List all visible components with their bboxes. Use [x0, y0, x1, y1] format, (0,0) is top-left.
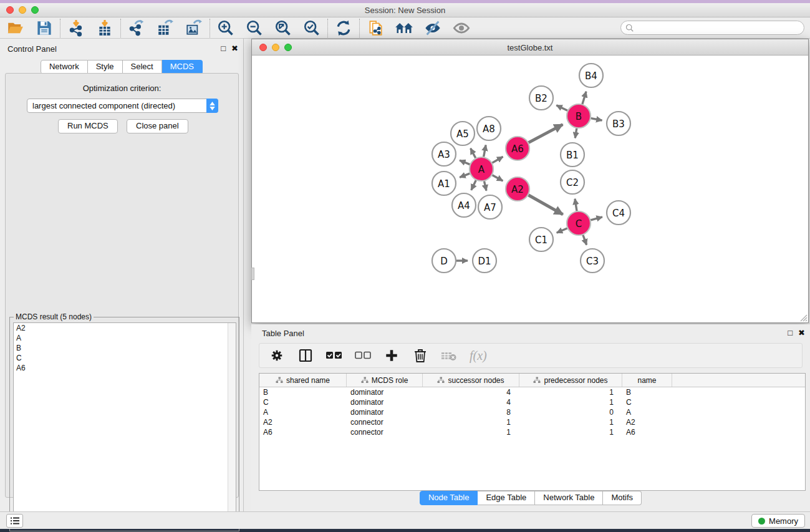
tab-network-table[interactable]: Network Table [535, 491, 603, 505]
tab-network[interactable]: Network [41, 60, 88, 74]
close-panel-button[interactable]: Close panel [127, 119, 188, 133]
column-header-predecessor-nodes[interactable]: predecessor nodes [519, 374, 622, 387]
resize-grip-icon[interactable] [799, 313, 808, 322]
tab-select[interactable]: Select [123, 60, 162, 74]
network-graph: AA1A2A3A4A5A6A7A8BB1B2B3B4CC1C2C3C4DD1 [252, 56, 808, 322]
hide-selected-button[interactable] [422, 19, 443, 37]
mcds-result-list[interactable]: A2ABCA6 [13, 322, 236, 528]
export-network-button[interactable] [126, 19, 147, 37]
graph-node-label: B1 [566, 150, 579, 161]
network-view-window: testGlobe.txt AA1A2A3A4A5A6A7A8BB1B2B3B4… [251, 39, 809, 323]
splitter-handle[interactable] [251, 268, 254, 280]
graph-edge-C-C4[interactable] [591, 217, 602, 220]
cell-predecessor-nodes: 0 [519, 407, 622, 417]
main-toolbar [0, 17, 810, 39]
task-history-button[interactable] [6, 514, 23, 528]
close-panel-icon[interactable]: ✖ [798, 328, 805, 338]
delete-table-button[interactable] [441, 347, 457, 364]
table-settings-button[interactable] [269, 347, 285, 364]
graph-node-label: C [576, 218, 582, 230]
graph-edge-A-A5[interactable] [471, 148, 476, 158]
tab-mcds[interactable]: MCDS [162, 60, 203, 74]
zoom-in-button[interactable] [215, 19, 236, 37]
tab-node-table[interactable]: Node Table [420, 491, 478, 505]
deselect-all-button[interactable] [355, 347, 371, 364]
select-all-button[interactable] [326, 347, 342, 364]
mcds-result-item[interactable]: A [14, 333, 236, 343]
table-row[interactable]: Cdominator41C [259, 397, 805, 407]
cell-successor-nodes: 1 [423, 417, 519, 427]
table-row[interactable]: A6connector11A6 [259, 427, 805, 437]
tab-style[interactable]: Style [88, 60, 123, 74]
close-panel-icon[interactable]: ✖ [231, 44, 238, 54]
mcds-result-group: MCDS result (5 nodes) A2ABCA6 [9, 317, 239, 531]
tab-edge-table[interactable]: Edge Table [478, 491, 535, 505]
optimization-criterion-label: Optimization criterion: [6, 84, 238, 93]
import-network-button[interactable] [65, 19, 87, 37]
graph-edge-B-B4[interactable] [582, 92, 586, 104]
memory-button[interactable]: Memory [751, 514, 805, 528]
graph-edge-A-A2[interactable] [493, 175, 503, 181]
graph-edge-B-B2[interactable] [556, 105, 567, 111]
import-table-button[interactable] [94, 19, 115, 37]
cell-successor-nodes: 4 [423, 397, 519, 407]
graph-edge-A-A8[interactable] [484, 145, 486, 157]
function-builder-button[interactable]: f(x) [470, 349, 487, 363]
zoom-out-button[interactable] [244, 19, 265, 37]
mcds-result-item[interactable]: A2 [14, 323, 236, 333]
delete-column-button[interactable] [412, 347, 428, 364]
open-session-button[interactable] [5, 19, 26, 37]
graph-edge-A-A1[interactable] [460, 173, 470, 177]
home-first-neighbors-button[interactable] [393, 19, 415, 37]
zoom-fit-button[interactable] [272, 19, 294, 37]
column-header-successor-nodes[interactable]: successor nodes [423, 374, 519, 387]
show-columns-button[interactable] [297, 347, 314, 364]
column-header-name[interactable]: name [622, 374, 672, 387]
export-table-button[interactable] [155, 19, 176, 37]
float-panel-icon[interactable]: □ [788, 328, 793, 338]
new-network-from-selection-button[interactable] [365, 19, 386, 37]
zoom-selected-button[interactable] [301, 19, 322, 37]
tab-motifs[interactable]: Motifs [603, 491, 642, 505]
graph-edge-C-C1[interactable] [557, 228, 567, 233]
show-all-button[interactable] [451, 19, 472, 37]
column-header-shared-name[interactable]: shared name [259, 374, 347, 387]
graph-edge-B-B1[interactable] [575, 128, 577, 138]
search-field[interactable] [620, 21, 804, 35]
mcds-result-item[interactable]: C [14, 353, 236, 363]
save-session-button[interactable] [34, 19, 55, 37]
cell-MCDS-role: connector [347, 417, 423, 427]
criterion-select[interactable]: largest connected component (directed) [27, 99, 218, 113]
graph-edge-A2-C[interactable] [528, 195, 562, 215]
cell-successor-nodes: 8 [423, 407, 519, 417]
graph-edge-A-A3[interactable] [460, 160, 470, 165]
search-input[interactable] [637, 22, 804, 34]
graph-edge-C-C3[interactable] [583, 235, 587, 245]
cell-name: A [622, 407, 672, 417]
mcds-result-item[interactable]: A6 [14, 363, 236, 373]
table-row[interactable]: A2connector11A2 [259, 417, 805, 427]
graph-edge-A-A4[interactable] [471, 180, 476, 190]
network-canvas[interactable]: AA1A2A3A4A5A6A7A8BB1B2B3B4CC1C2C3C4DD1 [252, 56, 808, 322]
graph-edge-A6-B[interactable] [529, 125, 563, 143]
graph-edge-B-B3[interactable] [591, 118, 602, 120]
float-panel-icon[interactable]: □ [221, 44, 226, 54]
mcds-result-item[interactable]: B [14, 343, 236, 353]
scrollbar-track[interactable] [228, 323, 236, 527]
graph-node-label: A1 [438, 178, 450, 190]
refresh-layout-button[interactable] [333, 19, 354, 37]
table-row[interactable]: Adominator80A [259, 407, 805, 417]
graph-edge-A-A7[interactable] [484, 181, 486, 190]
graph-edge-A-A6[interactable] [492, 157, 503, 163]
create-column-button[interactable] [383, 347, 400, 364]
graph-node-label: C3 [586, 256, 599, 267]
graph-edge-C-C2[interactable] [575, 199, 577, 211]
export-image-button[interactable] [183, 19, 205, 37]
network-window-titlebar[interactable]: testGlobe.txt [252, 39, 808, 56]
table-row[interactable]: Bdominator41B [259, 387, 805, 397]
run-mcds-button[interactable]: Run MCDS [58, 119, 118, 133]
control-panel: Control Panel □ ✖ NetworkStyleSelectMCDS… [0, 39, 244, 511]
column-type-icon [533, 377, 541, 384]
column-header-MCDS-role[interactable]: MCDS role [347, 374, 423, 387]
graph-node-label: A4 [458, 200, 470, 211]
